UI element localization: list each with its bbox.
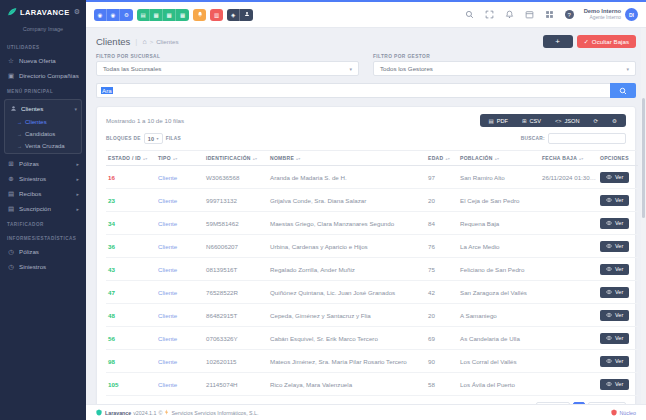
archive-button[interactable]: ▥: [210, 9, 223, 21]
sidebar-item-informes-polizas[interactable]: ◷ Pólizas: [0, 244, 86, 259]
col-header-edad[interactable]: EDAD▴▾: [426, 151, 458, 166]
bell-icon: [197, 11, 203, 18]
client-tipo-link[interactable]: Cliente: [156, 327, 204, 350]
sidebar-section-tarificador: TARIFICADOR: [0, 216, 86, 230]
ver-button[interactable]: Ver: [600, 241, 629, 252]
fullscreen-icon[interactable]: [485, 10, 494, 19]
sort-icon[interactable]: ▴▾: [296, 157, 301, 161]
sidebar-item-polizas[interactable]: ⊞ Pólizas ▸: [0, 156, 86, 171]
sidebar-subitem-venta-cruzada[interactable]: → Venta Cruzada: [5, 140, 81, 152]
sidebar-item-recibos[interactable]: ▤ Recibos ▸: [0, 186, 86, 201]
sucursal-select[interactable]: Todas las Sucursales ▾: [96, 61, 359, 76]
arrow-right-icon: →: [17, 119, 22, 125]
sidebar-item-informes-siniestros[interactable]: ◷ Siniestros: [0, 259, 86, 274]
col-header-tipo[interactable]: TIPO▴▾: [156, 151, 204, 166]
sidebar-item-siniestros[interactable]: ⊕ Siniestros ▸: [0, 171, 86, 186]
client-tipo-link[interactable]: Cliente: [156, 189, 204, 212]
search-icon[interactable]: [465, 10, 474, 19]
user-add-button[interactable]: ◉: [107, 9, 120, 21]
client-poblacion: A Samaniego: [458, 304, 540, 327]
page-size-suffix: FILAS: [166, 136, 181, 141]
client-id: 98: [106, 350, 156, 373]
user-menu[interactable]: Demo Interno Agente Interno DI: [584, 8, 638, 21]
sidebar-subitem-candidatos[interactable]: → Candidatos: [5, 128, 81, 140]
col-header-identificacion[interactable]: IDENTIFICACIÓN▴▾: [204, 151, 268, 166]
ocultar-bajas-button[interactable]: ✓ Ocultar Bajas: [577, 35, 636, 48]
sort-icon[interactable]: ▴▾: [445, 157, 450, 161]
sidebar-subitem-label: Venta Cruzada: [25, 143, 65, 149]
chevron-right-icon: ▸: [76, 176, 79, 182]
gestor-select[interactable]: Todos los Gestores ▾: [373, 61, 636, 76]
agent-button[interactable]: [240, 9, 253, 21]
client-poblacion: San Ramiro Alto: [458, 166, 540, 189]
client-fecha-baja: [540, 281, 598, 304]
sidebar-item-suscripcion[interactable]: ▤ Suscripción ▸: [0, 201, 86, 216]
ver-button[interactable]: Ver: [600, 218, 629, 229]
export-toolbar: ▤PDF ⊞CSV <>JSON ⟳ ⚙: [480, 114, 626, 127]
calendar-check-button[interactable]: ▦: [163, 9, 176, 21]
ver-button[interactable]: Ver: [600, 287, 629, 298]
col-header-fecha-baja[interactable]: FECHA BAJA▴▾: [540, 151, 598, 166]
client-tipo-link[interactable]: Cliente: [156, 281, 204, 304]
sort-icon[interactable]: ▴▾: [495, 157, 500, 161]
nucleo-link[interactable]: Núcleo: [620, 410, 637, 416]
client-tipo-link[interactable]: Cliente: [156, 304, 204, 327]
ver-button[interactable]: Ver: [600, 356, 629, 367]
apps-grid-icon[interactable]: [545, 10, 554, 19]
calendar-list-button[interactable]: ▦: [176, 9, 189, 21]
client-tipo-link[interactable]: Cliente: [156, 212, 204, 235]
calendar-icon[interactable]: [525, 10, 534, 19]
ver-button[interactable]: Ver: [600, 310, 629, 321]
file-button[interactable]: ▤: [137, 9, 150, 21]
avatar[interactable]: DI: [625, 8, 638, 21]
client-tipo-link[interactable]: Cliente: [156, 235, 204, 258]
export-pdf-button[interactable]: ▤PDF: [482, 114, 515, 127]
calendar-button[interactable]: ▦: [150, 9, 163, 21]
notifications-button[interactable]: [193, 9, 206, 21]
client-tipo-link[interactable]: Cliente: [156, 166, 204, 189]
ver-button[interactable]: Ver: [600, 195, 629, 206]
sidebar-item-directorio-companias[interactable]: ▣ Directorio Compañías: [0, 68, 86, 83]
ver-button[interactable]: Ver: [600, 264, 629, 275]
sidebar-item-clientes-parent[interactable]: Clientes ▾: [5, 101, 81, 116]
col-header-nombre[interactable]: NOMBRE▴▾: [268, 151, 426, 166]
sidebar-item-nueva-oferta[interactable]: ☆ Nueva Oferta: [0, 53, 86, 68]
search-button[interactable]: [610, 83, 636, 98]
user-settings-button[interactable]: ⚙: [120, 9, 133, 21]
export-json-button[interactable]: <>JSON: [548, 114, 586, 127]
export-csv-button[interactable]: ⊞CSV: [515, 114, 548, 127]
sidebar-subitem-clientes[interactable]: → Clientes: [5, 116, 81, 128]
scrollbar-thumb[interactable]: [642, 98, 645, 218]
user-button[interactable]: ◉: [94, 9, 107, 21]
bell-icon[interactable]: [505, 10, 514, 19]
sidebar-settings-gear-icon[interactable]: ⚙: [74, 8, 80, 16]
client-tipo-link[interactable]: Cliente: [156, 258, 204, 281]
ver-button[interactable]: Ver: [600, 333, 629, 344]
chevron-right-icon: ▸: [76, 161, 79, 167]
sort-icon[interactable]: ▴▾: [173, 157, 178, 161]
client-edad: 69: [426, 327, 458, 350]
lock-button[interactable]: ◈: [227, 9, 240, 21]
table-settings-button[interactable]: ⚙: [605, 114, 624, 127]
ver-button[interactable]: Ver: [600, 172, 629, 183]
ver-button[interactable]: Ver: [600, 379, 629, 390]
col-header-poblacion[interactable]: POBLACIÓN▴▾: [458, 151, 540, 166]
sort-icon[interactable]: ▴▾: [253, 157, 258, 161]
vertical-scrollbar[interactable]: [641, 28, 646, 404]
page-size-select[interactable]: 10 ▾: [144, 133, 163, 144]
client-nombre: Cepeda, Giménez y Santacruz y Flia: [268, 304, 426, 327]
client-id: 16: [106, 166, 156, 189]
ver-label: Ver: [615, 266, 623, 272]
home-icon[interactable]: ⌂: [142, 38, 146, 45]
search-input[interactable]: Ara: [96, 83, 610, 98]
brand[interactable]: LARAVANCE ⚙: [0, 0, 86, 21]
col-header-estado-id[interactable]: ESTADO / ID▴▾: [106, 151, 156, 166]
refresh-button[interactable]: ⟳: [586, 114, 605, 127]
add-client-button[interactable]: +: [543, 35, 573, 48]
client-tipo-link[interactable]: Cliente: [156, 350, 204, 373]
client-tipo-link[interactable]: Cliente: [156, 373, 204, 396]
sort-icon[interactable]: ▴▾: [579, 157, 584, 161]
help-button[interactable]: ?: [565, 10, 574, 19]
table-search-input[interactable]: [548, 133, 626, 144]
sort-icon[interactable]: ▴▾: [143, 157, 148, 161]
